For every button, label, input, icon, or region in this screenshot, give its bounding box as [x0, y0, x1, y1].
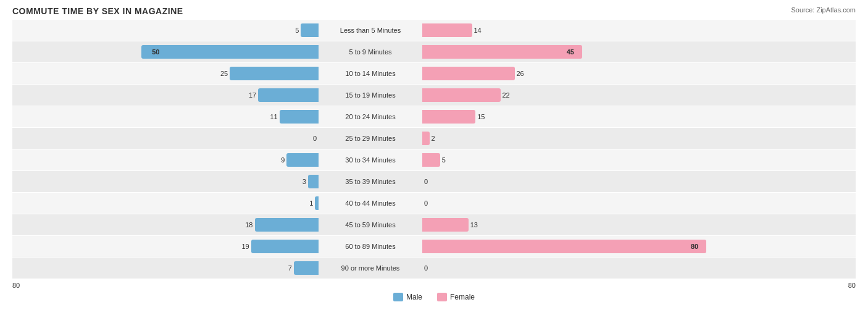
female-value: 15: [477, 113, 485, 120]
table-row: 790 or more Minutes0: [12, 258, 856, 279]
female-bar: [422, 132, 430, 145]
table-row: 930 to 34 Minutes5: [12, 149, 856, 170]
female-value: 26: [517, 70, 524, 77]
female-value: 13: [470, 221, 478, 229]
table-row: 5Less than 5 Minutes14: [12, 20, 856, 41]
table-row: 335 to 39 Minutes0: [12, 171, 856, 192]
male-swatch: [393, 293, 403, 301]
row-label: 10 to 14 Minutes: [321, 70, 420, 77]
male-value: 50: [152, 48, 159, 56]
row-label: 15 to 19 Minutes: [321, 91, 420, 99]
male-bar: [308, 175, 319, 188]
male-bar: [141, 45, 319, 59]
female-value: 45: [567, 48, 574, 56]
female-value: 0: [424, 199, 428, 207]
legend: Male Female: [12, 293, 856, 301]
male-bar: [286, 153, 319, 167]
table-row: 1960 to 89 Minutes80: [12, 236, 856, 257]
table-row: 140 to 44 Minutes0: [12, 193, 856, 214]
row-label: 40 to 44 Minutes: [321, 199, 420, 207]
male-value: 3: [303, 178, 306, 185]
chart-title: COMMUTE TIME BY SEX IN MAGAZINE: [12, 6, 856, 16]
axis-right-label: 80: [848, 282, 856, 289]
female-value: 2: [432, 135, 435, 142]
female-label: Female: [450, 293, 475, 301]
row-label: 35 to 39 Minutes: [321, 178, 420, 185]
axis-bottom: 80 80: [12, 279, 856, 290]
row-label: 45 to 59 Minutes: [321, 221, 420, 229]
female-value: 22: [503, 91, 510, 99]
row-label: 25 to 29 Minutes: [321, 135, 420, 142]
female-bar: [422, 23, 472, 37]
female-bar: [422, 110, 475, 124]
female-value: 80: [691, 243, 698, 250]
row-label: 60 to 89 Minutes: [321, 243, 420, 250]
table-row: 1715 to 19 Minutes22: [12, 85, 856, 106]
male-value: 17: [249, 91, 256, 99]
chart-area: 5Less than 5 Minutes14505 to 9 Minutes45…: [12, 20, 856, 279]
female-bar: [422, 240, 706, 253]
legend-male: Male: [393, 293, 422, 301]
table-row: 1845 to 59 Minutes13: [12, 214, 856, 235]
male-bar: [294, 261, 319, 275]
male-bar: [280, 110, 319, 124]
male-bar: [230, 67, 319, 80]
male-label: Male: [406, 293, 422, 301]
source-text: Source: ZipAtlas.com: [791, 6, 856, 14]
table-row: 1120 to 24 Minutes15: [12, 106, 856, 127]
male-value: 11: [270, 113, 278, 120]
female-bar: [422, 88, 501, 102]
male-bar: [255, 218, 319, 232]
female-value: 5: [442, 156, 446, 164]
female-value: 0: [424, 178, 428, 185]
male-value: 9: [281, 156, 285, 164]
male-value: 18: [245, 221, 252, 229]
female-bar: [422, 67, 515, 80]
chart-container: COMMUTE TIME BY SEX IN MAGAZINE Source: …: [0, 0, 868, 323]
row-label: 5 to 9 Minutes: [321, 48, 420, 56]
male-value: 25: [220, 70, 228, 77]
row-label: Less than 5 Minutes: [321, 27, 420, 34]
female-swatch: [437, 293, 447, 301]
male-bar: [258, 88, 319, 102]
male-value: 7: [288, 264, 292, 272]
female-bar: [422, 218, 469, 232]
male-bar: [301, 23, 319, 37]
male-value: 1: [309, 199, 313, 207]
male-bar: [315, 196, 319, 210]
male-bar: [251, 240, 319, 253]
axis-left-label: 80: [12, 282, 20, 289]
female-bar: [422, 153, 440, 167]
male-value: 0: [313, 135, 317, 142]
table-row: 025 to 29 Minutes2: [12, 128, 856, 149]
row-label: 20 to 24 Minutes: [321, 113, 420, 120]
male-value: 19: [242, 243, 249, 250]
table-row: 505 to 9 Minutes45: [12, 41, 856, 62]
table-row: 2510 to 14 Minutes26: [12, 63, 856, 84]
row-label: 90 or more Minutes: [321, 264, 420, 272]
female-value: 0: [424, 264, 428, 272]
female-bar: [422, 45, 582, 59]
male-value: 5: [295, 27, 299, 34]
row-label: 30 to 34 Minutes: [321, 156, 420, 164]
legend-female: Female: [437, 293, 475, 301]
female-value: 14: [474, 27, 482, 34]
